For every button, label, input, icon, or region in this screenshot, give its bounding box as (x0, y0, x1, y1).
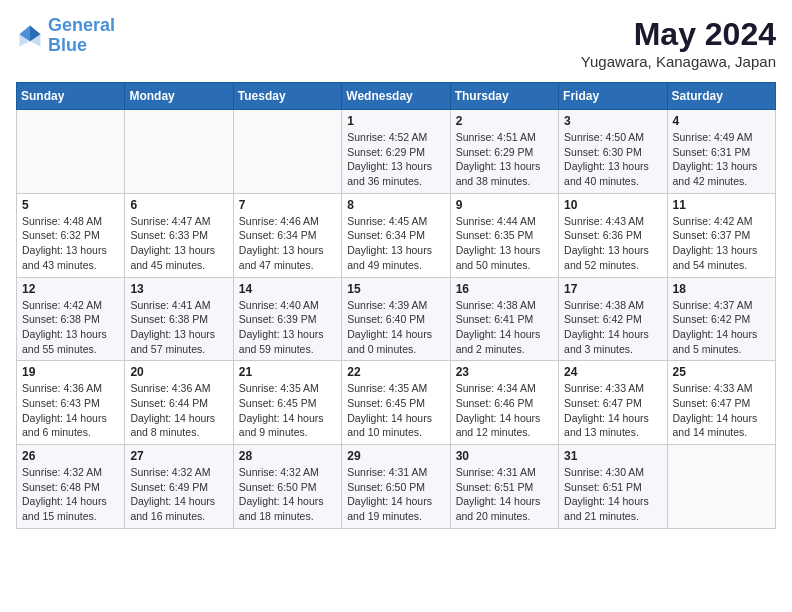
calendar-cell: 16Sunrise: 4:38 AM Sunset: 6:41 PM Dayli… (450, 277, 558, 361)
calendar-cell: 27Sunrise: 4:32 AM Sunset: 6:49 PM Dayli… (125, 445, 233, 529)
day-number: 28 (239, 449, 336, 463)
calendar-cell: 14Sunrise: 4:40 AM Sunset: 6:39 PM Dayli… (233, 277, 341, 361)
calendar-week: 19Sunrise: 4:36 AM Sunset: 6:43 PM Dayli… (17, 361, 776, 445)
calendar-cell: 11Sunrise: 4:42 AM Sunset: 6:37 PM Dayli… (667, 193, 775, 277)
header-day: Saturday (667, 83, 775, 110)
calendar-cell: 15Sunrise: 4:39 AM Sunset: 6:40 PM Dayli… (342, 277, 450, 361)
day-info: Sunrise: 4:48 AM Sunset: 6:32 PM Dayligh… (22, 214, 119, 273)
title-block: May 2024 Yugawara, Kanagawa, Japan (581, 16, 776, 70)
calendar-cell: 22Sunrise: 4:35 AM Sunset: 6:45 PM Dayli… (342, 361, 450, 445)
day-number: 23 (456, 365, 553, 379)
day-info: Sunrise: 4:30 AM Sunset: 6:51 PM Dayligh… (564, 465, 661, 524)
calendar-cell: 28Sunrise: 4:32 AM Sunset: 6:50 PM Dayli… (233, 445, 341, 529)
calendar-header: SundayMondayTuesdayWednesdayThursdayFrid… (17, 83, 776, 110)
day-info: Sunrise: 4:33 AM Sunset: 6:47 PM Dayligh… (564, 381, 661, 440)
day-info: Sunrise: 4:35 AM Sunset: 6:45 PM Dayligh… (239, 381, 336, 440)
day-number: 4 (673, 114, 770, 128)
day-info: Sunrise: 4:47 AM Sunset: 6:33 PM Dayligh… (130, 214, 227, 273)
day-info: Sunrise: 4:40 AM Sunset: 6:39 PM Dayligh… (239, 298, 336, 357)
calendar-week: 26Sunrise: 4:32 AM Sunset: 6:48 PM Dayli… (17, 445, 776, 529)
day-number: 3 (564, 114, 661, 128)
day-number: 7 (239, 198, 336, 212)
header-day: Sunday (17, 83, 125, 110)
calendar-cell (125, 110, 233, 194)
day-info: Sunrise: 4:32 AM Sunset: 6:48 PM Dayligh… (22, 465, 119, 524)
calendar-cell (667, 445, 775, 529)
day-info: Sunrise: 4:41 AM Sunset: 6:38 PM Dayligh… (130, 298, 227, 357)
logo: General Blue (16, 16, 115, 56)
month-title: May 2024 (581, 16, 776, 53)
day-number: 16 (456, 282, 553, 296)
day-info: Sunrise: 4:38 AM Sunset: 6:41 PM Dayligh… (456, 298, 553, 357)
calendar-cell (17, 110, 125, 194)
header-day: Friday (559, 83, 667, 110)
calendar-cell: 4Sunrise: 4:49 AM Sunset: 6:31 PM Daylig… (667, 110, 775, 194)
day-number: 21 (239, 365, 336, 379)
day-info: Sunrise: 4:36 AM Sunset: 6:43 PM Dayligh… (22, 381, 119, 440)
calendar-cell: 25Sunrise: 4:33 AM Sunset: 6:47 PM Dayli… (667, 361, 775, 445)
day-number: 31 (564, 449, 661, 463)
day-number: 22 (347, 365, 444, 379)
calendar-cell: 21Sunrise: 4:35 AM Sunset: 6:45 PM Dayli… (233, 361, 341, 445)
day-info: Sunrise: 4:42 AM Sunset: 6:37 PM Dayligh… (673, 214, 770, 273)
page-header: General Blue May 2024 Yugawara, Kanagawa… (16, 16, 776, 70)
day-number: 29 (347, 449, 444, 463)
calendar-table: SundayMondayTuesdayWednesdayThursdayFrid… (16, 82, 776, 529)
calendar-week: 1Sunrise: 4:52 AM Sunset: 6:29 PM Daylig… (17, 110, 776, 194)
day-number: 13 (130, 282, 227, 296)
calendar-cell: 2Sunrise: 4:51 AM Sunset: 6:29 PM Daylig… (450, 110, 558, 194)
day-info: Sunrise: 4:51 AM Sunset: 6:29 PM Dayligh… (456, 130, 553, 189)
day-info: Sunrise: 4:49 AM Sunset: 6:31 PM Dayligh… (673, 130, 770, 189)
day-info: Sunrise: 4:44 AM Sunset: 6:35 PM Dayligh… (456, 214, 553, 273)
day-number: 12 (22, 282, 119, 296)
header-day: Monday (125, 83, 233, 110)
day-number: 11 (673, 198, 770, 212)
day-info: Sunrise: 4:37 AM Sunset: 6:42 PM Dayligh… (673, 298, 770, 357)
location: Yugawara, Kanagawa, Japan (581, 53, 776, 70)
day-number: 1 (347, 114, 444, 128)
calendar-cell: 23Sunrise: 4:34 AM Sunset: 6:46 PM Dayli… (450, 361, 558, 445)
calendar-cell: 18Sunrise: 4:37 AM Sunset: 6:42 PM Dayli… (667, 277, 775, 361)
day-number: 14 (239, 282, 336, 296)
day-info: Sunrise: 4:34 AM Sunset: 6:46 PM Dayligh… (456, 381, 553, 440)
day-number: 19 (22, 365, 119, 379)
calendar-cell: 1Sunrise: 4:52 AM Sunset: 6:29 PM Daylig… (342, 110, 450, 194)
calendar-cell: 12Sunrise: 4:42 AM Sunset: 6:38 PM Dayli… (17, 277, 125, 361)
day-info: Sunrise: 4:45 AM Sunset: 6:34 PM Dayligh… (347, 214, 444, 273)
day-number: 8 (347, 198, 444, 212)
day-info: Sunrise: 4:42 AM Sunset: 6:38 PM Dayligh… (22, 298, 119, 357)
calendar-cell: 13Sunrise: 4:41 AM Sunset: 6:38 PM Dayli… (125, 277, 233, 361)
calendar-cell: 30Sunrise: 4:31 AM Sunset: 6:51 PM Dayli… (450, 445, 558, 529)
calendar-body: 1Sunrise: 4:52 AM Sunset: 6:29 PM Daylig… (17, 110, 776, 529)
day-number: 24 (564, 365, 661, 379)
day-info: Sunrise: 4:32 AM Sunset: 6:49 PM Dayligh… (130, 465, 227, 524)
day-info: Sunrise: 4:38 AM Sunset: 6:42 PM Dayligh… (564, 298, 661, 357)
day-info: Sunrise: 4:52 AM Sunset: 6:29 PM Dayligh… (347, 130, 444, 189)
calendar-cell: 20Sunrise: 4:36 AM Sunset: 6:44 PM Dayli… (125, 361, 233, 445)
calendar-cell: 8Sunrise: 4:45 AM Sunset: 6:34 PM Daylig… (342, 193, 450, 277)
day-number: 17 (564, 282, 661, 296)
calendar-cell: 10Sunrise: 4:43 AM Sunset: 6:36 PM Dayli… (559, 193, 667, 277)
calendar-cell (233, 110, 341, 194)
day-number: 5 (22, 198, 119, 212)
day-info: Sunrise: 4:33 AM Sunset: 6:47 PM Dayligh… (673, 381, 770, 440)
day-info: Sunrise: 4:36 AM Sunset: 6:44 PM Dayligh… (130, 381, 227, 440)
calendar-cell: 17Sunrise: 4:38 AM Sunset: 6:42 PM Dayli… (559, 277, 667, 361)
day-number: 25 (673, 365, 770, 379)
calendar-cell: 3Sunrise: 4:50 AM Sunset: 6:30 PM Daylig… (559, 110, 667, 194)
header-row: SundayMondayTuesdayWednesdayThursdayFrid… (17, 83, 776, 110)
day-info: Sunrise: 4:35 AM Sunset: 6:45 PM Dayligh… (347, 381, 444, 440)
day-number: 27 (130, 449, 227, 463)
day-number: 6 (130, 198, 227, 212)
calendar-cell: 29Sunrise: 4:31 AM Sunset: 6:50 PM Dayli… (342, 445, 450, 529)
calendar-cell: 9Sunrise: 4:44 AM Sunset: 6:35 PM Daylig… (450, 193, 558, 277)
calendar-cell: 19Sunrise: 4:36 AM Sunset: 6:43 PM Dayli… (17, 361, 125, 445)
day-info: Sunrise: 4:31 AM Sunset: 6:50 PM Dayligh… (347, 465, 444, 524)
day-number: 9 (456, 198, 553, 212)
day-number: 18 (673, 282, 770, 296)
day-number: 2 (456, 114, 553, 128)
day-info: Sunrise: 4:50 AM Sunset: 6:30 PM Dayligh… (564, 130, 661, 189)
calendar-cell: 26Sunrise: 4:32 AM Sunset: 6:48 PM Dayli… (17, 445, 125, 529)
day-info: Sunrise: 4:39 AM Sunset: 6:40 PM Dayligh… (347, 298, 444, 357)
header-day: Wednesday (342, 83, 450, 110)
